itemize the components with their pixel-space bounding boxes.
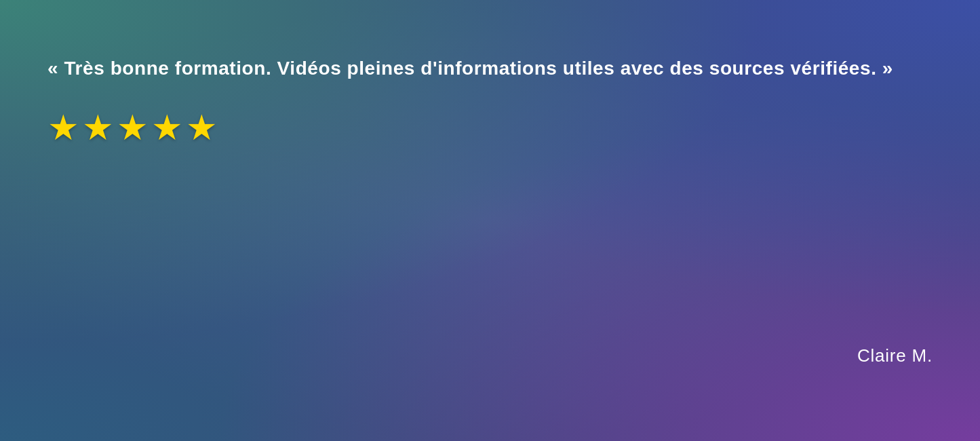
star-3: ★ (117, 110, 149, 145)
background: « Très bonne formation. Vidéos pleines d… (0, 0, 980, 441)
star-1: ★ (47, 110, 79, 145)
star-2: ★ (82, 110, 114, 145)
star-5: ★ (186, 110, 218, 145)
stars-container: ★ ★ ★ ★ ★ (47, 110, 933, 145)
review-quote: « Très bonne formation. Vidéos pleines d… (47, 54, 929, 83)
content-area: « Très bonne formation. Vidéos pleines d… (47, 54, 933, 387)
author-name: Claire M. (857, 345, 933, 366)
star-4: ★ (151, 110, 183, 145)
